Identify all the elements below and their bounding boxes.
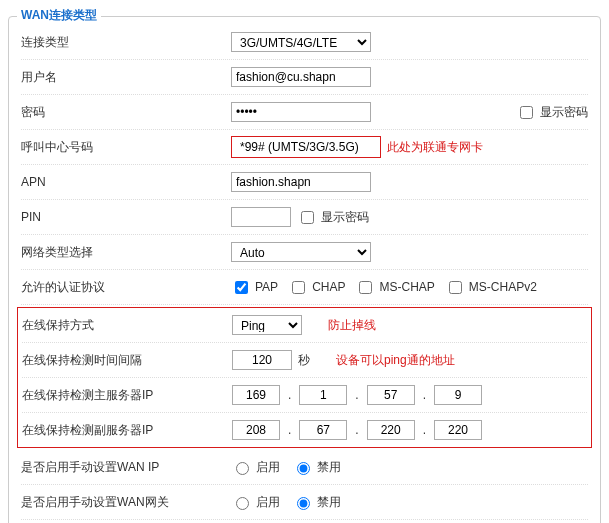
label-dial-number: 呼叫中心号码 xyxy=(21,139,231,156)
row-apn: APN xyxy=(21,165,588,200)
row-primary-ip: 在线保持检测主服务器IP . . . xyxy=(22,378,587,413)
label-pin: PIN xyxy=(21,210,231,224)
keepalive-highlight-section: 在线保持方式 Ping 防止掉线 在线保持检测时间间隔 秒 设备可以ping通的… xyxy=(17,307,592,448)
label-conn-type: 连接类型 xyxy=(21,34,231,51)
checkbox-show-password[interactable] xyxy=(520,106,533,119)
row-dial-number: 呼叫中心号码 此处为联通专网卡 xyxy=(21,130,588,165)
label-primary-ip: 在线保持检测主服务器IP xyxy=(22,387,232,404)
label-show-pin: 显示密码 xyxy=(321,209,369,226)
label-keep-interval: 在线保持检测时间间隔 xyxy=(22,352,232,369)
label-keep-method: 在线保持方式 xyxy=(22,317,232,334)
label-show-password: 显示密码 xyxy=(540,104,588,121)
row-pin: PIN 显示密码 xyxy=(21,200,588,235)
label-interval-unit: 秒 xyxy=(298,352,310,369)
row-password: 密码 显示密码 xyxy=(21,95,588,130)
input-ip1-d[interactable] xyxy=(434,385,482,405)
row-keep-interval: 在线保持检测时间间隔 秒 设备可以ping通的地址 xyxy=(22,343,587,378)
checkbox-mschap[interactable] xyxy=(359,281,372,294)
row-keep-method: 在线保持方式 Ping 防止掉线 xyxy=(22,308,587,343)
select-net-type[interactable]: Auto xyxy=(231,242,371,262)
input-password[interactable] xyxy=(231,102,371,122)
row-manual-wan-gw: 是否启用手动设置WAN网关 启用 禁用 xyxy=(21,485,588,520)
input-pin[interactable] xyxy=(231,207,291,227)
annotation-ip: 设备可以ping通的地址 xyxy=(336,352,455,369)
label-manual-wan-ip: 是否启用手动设置WAN IP xyxy=(21,459,231,476)
annotation-keep: 防止掉线 xyxy=(328,317,376,334)
radio-wangw-disable[interactable] xyxy=(297,497,310,510)
input-ip2-d[interactable] xyxy=(434,420,482,440)
checkbox-mschapv2[interactable] xyxy=(449,281,462,294)
input-dial-number[interactable] xyxy=(236,137,376,157)
annotation-dial: 此处为联通专网卡 xyxy=(387,139,483,156)
wan-connection-fieldset: WAN连接类型 连接类型 3G/UMTS/4G/LTE 用户名 密码 显示密码 … xyxy=(8,16,601,523)
label-secondary-ip: 在线保持检测副服务器IP xyxy=(22,422,232,439)
row-conn-type: 连接类型 3G/UMTS/4G/LTE xyxy=(21,25,588,60)
row-auth-proto: 允许的认证协议 PAP CHAP MS-CHAP MS-CHAPv2 xyxy=(21,270,588,305)
label-auth-proto: 允许的认证协议 xyxy=(21,279,231,296)
radio-wanip-disable[interactable] xyxy=(297,462,310,475)
radio-wanip-enable[interactable] xyxy=(236,462,249,475)
select-conn-type[interactable]: 3G/UMTS/4G/LTE xyxy=(231,32,371,52)
row-net-type: 网络类型选择 Auto xyxy=(21,235,588,270)
checkbox-chap[interactable] xyxy=(292,281,305,294)
input-ip1-c[interactable] xyxy=(367,385,415,405)
fieldset-legend: WAN连接类型 xyxy=(17,7,101,24)
highlight-dial xyxy=(231,136,381,158)
row-secondary-ip: 在线保持检测副服务器IP . . . xyxy=(22,413,587,447)
input-ip1-b[interactable] xyxy=(299,385,347,405)
radio-wangw-enable[interactable] xyxy=(236,497,249,510)
row-username: 用户名 xyxy=(21,60,588,95)
input-ip2-c[interactable] xyxy=(367,420,415,440)
select-keep-method[interactable]: Ping xyxy=(232,315,302,335)
input-keep-interval[interactable] xyxy=(232,350,292,370)
input-ip1-a[interactable] xyxy=(232,385,280,405)
label-manual-wan-gw: 是否启用手动设置WAN网关 xyxy=(21,494,231,511)
input-ip2-a[interactable] xyxy=(232,420,280,440)
label-apn: APN xyxy=(21,175,231,189)
checkbox-show-pin[interactable] xyxy=(301,211,314,224)
input-apn[interactable] xyxy=(231,172,371,192)
row-manual-wan-ip: 是否启用手动设置WAN IP 启用 禁用 xyxy=(21,450,588,485)
label-username: 用户名 xyxy=(21,69,231,86)
input-username[interactable] xyxy=(231,67,371,87)
label-password: 密码 xyxy=(21,104,231,121)
input-ip2-b[interactable] xyxy=(299,420,347,440)
label-net-type: 网络类型选择 xyxy=(21,244,231,261)
checkbox-pap[interactable] xyxy=(235,281,248,294)
